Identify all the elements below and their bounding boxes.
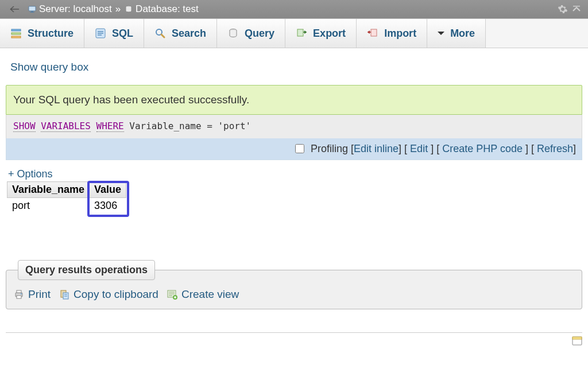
print-button[interactable]: Print (13, 288, 51, 301)
tab-query[interactable]: Query (217, 19, 285, 48)
create-view-icon (167, 289, 178, 300)
sql-echo: SHOW VARIABLES WHERE Variable_name = 'po… (6, 115, 582, 138)
create-view-label: Create view (181, 288, 239, 301)
tab-label: Import (384, 28, 416, 40)
print-icon (13, 289, 25, 300)
export-icon (296, 28, 307, 39)
svg-point-16 (21, 293, 22, 294)
tab-label: Structure (28, 28, 74, 40)
tab-structure[interactable]: Structure (0, 19, 84, 48)
table-header-row: Variable_name Value (7, 182, 126, 198)
cell-value: 3306 (90, 198, 126, 214)
svg-rect-1 (31, 11, 33, 12)
sql-rest: Variable_name = 'port' (129, 121, 251, 131)
tab-strip: Structure SQL Search Query Export Import… (0, 18, 588, 48)
svg-rect-15 (17, 296, 21, 298)
database-icon (124, 5, 133, 14)
svg-rect-7 (11, 36, 21, 38)
breadcrumb-separator: » (115, 3, 121, 15)
page-settings-button[interactable] (556, 2, 570, 16)
create-php-link[interactable]: Create PHP code (442, 143, 523, 154)
footer (0, 336, 588, 349)
profiling-label-text: Profiling (311, 143, 348, 154)
sql-icon (95, 28, 106, 39)
breadcrumb-server-label: Server: (39, 3, 71, 15)
svg-rect-12 (371, 29, 377, 36)
clipboard-icon (59, 289, 70, 300)
gear-icon (558, 4, 568, 14)
breadcrumb-db-link[interactable]: test (183, 3, 198, 15)
copy-label: Copy to clipboard (74, 288, 158, 301)
tab-export[interactable]: Export (285, 19, 357, 48)
print-label: Print (28, 288, 51, 301)
profiling-checkbox-label[interactable]: Profiling (295, 143, 351, 154)
edit-link[interactable]: Edit (410, 143, 428, 154)
query-operations-legend: Query results operations (18, 260, 155, 280)
collapse-button[interactable] (570, 2, 583, 16)
caret-down-icon (438, 32, 444, 38)
svg-rect-11 (297, 29, 303, 36)
result-table: Variable_name Value port 3306 (7, 181, 126, 214)
sql-kw-where: WHERE (96, 121, 124, 132)
window-icon (572, 336, 582, 346)
sql-kw-show: SHOW (13, 121, 36, 132)
tab-sql[interactable]: SQL (84, 19, 144, 48)
show-query-box-link[interactable]: Show query box (6, 53, 93, 85)
search-icon (154, 28, 166, 39)
col-variable-name[interactable]: Variable_name (7, 182, 90, 198)
open-new-window-button[interactable] (572, 336, 582, 346)
svg-rect-5 (11, 29, 21, 31)
copy-clipboard-button[interactable]: Copy to clipboard (59, 288, 158, 301)
create-view-button[interactable]: Create view (167, 288, 239, 301)
content-area: Show query box Your SQL query has been e… (0, 48, 588, 309)
tab-more[interactable]: More (427, 19, 486, 48)
tab-label: Export (313, 28, 346, 40)
tab-label: SQL (112, 28, 133, 40)
collapse-icon (571, 4, 582, 14)
tab-import[interactable]: Import (357, 19, 427, 48)
back-arrow-icon (9, 5, 20, 13)
query-icon (227, 28, 239, 39)
footer-divider (6, 332, 582, 333)
col-value[interactable]: Value (90, 182, 126, 198)
refresh-link[interactable]: Refresh (537, 143, 573, 154)
svg-rect-22 (572, 337, 582, 339)
breadcrumb-bar: Server: localhost » Database: test (0, 0, 588, 18)
query-operations-fieldset: Query results operations Print Copy to c… (6, 260, 582, 309)
tab-search[interactable]: Search (144, 19, 217, 48)
tab-label: More (450, 28, 475, 40)
table-row: port 3306 (7, 198, 126, 214)
success-message: Your SQL query has been executed success… (6, 85, 582, 115)
tab-label: Search (172, 28, 206, 40)
svg-rect-14 (17, 290, 21, 293)
cell-variable-name: port (7, 198, 90, 214)
profiling-checkbox[interactable] (295, 144, 304, 153)
svg-rect-6 (11, 33, 21, 34)
back-button[interactable] (5, 2, 24, 16)
sql-kw-variables: VARIABLES (41, 121, 91, 132)
breadcrumb-db-label: Database: (136, 3, 180, 15)
tab-label: Query (245, 28, 274, 40)
svg-rect-4 (573, 6, 580, 7)
svg-rect-2 (30, 12, 34, 13)
structure-icon (10, 28, 22, 39)
svg-rect-0 (29, 6, 36, 11)
options-toggle[interactable]: + Options (8, 168, 53, 180)
query-operations-actions: Print Copy to clipboard Create view (13, 288, 575, 301)
server-icon (28, 5, 37, 14)
query-actions-row: Profiling [Edit inline] [ Edit ] [ Creat… (6, 138, 582, 160)
edit-inline-link[interactable]: Edit inline (354, 143, 399, 154)
import-icon (367, 28, 378, 39)
breadcrumb-server-link[interactable]: localhost (74, 3, 112, 15)
